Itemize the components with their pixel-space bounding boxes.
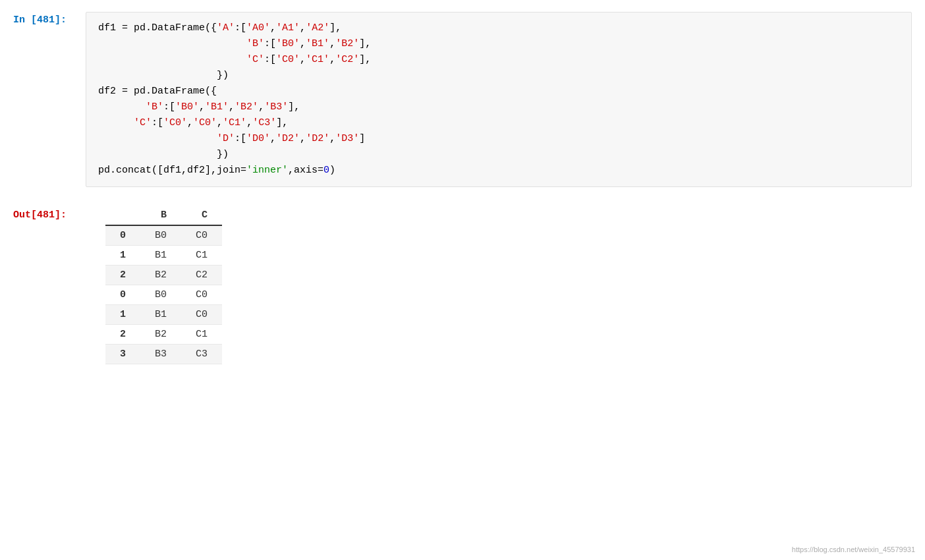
table-row: 1B1C1: [105, 246, 222, 266]
input-cell: In [481]: df1 = pd.DataFrame({'A':['A0',…: [0, 0, 925, 199]
table-cell-data: B1: [140, 305, 181, 325]
table-header-row: B C: [105, 206, 222, 225]
col-header-C: C: [181, 206, 222, 225]
table-cell-index: 2: [105, 325, 140, 345]
table-cell-index: 0: [105, 285, 140, 305]
col-header-index: [105, 206, 140, 225]
table-row: 0B0C0: [105, 285, 222, 305]
table-cell-data: C0: [181, 305, 222, 325]
table-cell-data: B2: [140, 325, 181, 345]
table-cell-data: B1: [140, 246, 181, 266]
table-cell-data: C0: [181, 225, 222, 246]
output-table: B C 0B0C01B1C12B2C20B0C01B1C02B2C13B3C3: [105, 206, 222, 364]
table-cell-data: B2: [140, 266, 181, 285]
code-line-4: }): [98, 68, 899, 84]
col-header-B: B: [140, 206, 181, 225]
code-line-1: df1 = pd.DataFrame({'A':['A0','A1','A2']…: [98, 20, 899, 36]
code-line-6: 'B':['B0','B1','B2','B3'],: [98, 99, 899, 115]
watermark: https://blog.csdn.net/weixin_45579931: [792, 546, 915, 553]
code-line-2: 'B':['B0','B1','B2'],: [98, 36, 899, 52]
code-line-3: 'C':['C0','C1','C2'],: [98, 52, 899, 68]
code-line-9: }): [98, 147, 899, 163]
code-line-8: 'D':['D0','D2','D2','D3']: [98, 131, 899, 147]
code-line-10: pd.concat([df1,df2],join='inner',axis=0): [98, 163, 899, 179]
table-row: 0B0C0: [105, 225, 222, 246]
table-cell-index: 1: [105, 246, 140, 266]
output-cell: Out[481]: B C 0B0C01B1C12B2C20B0C01B1C02…: [0, 199, 925, 384]
output-label: Out[481]:: [13, 206, 86, 221]
table-cell-index: 0: [105, 225, 140, 246]
input-label: In [481]:: [13, 12, 86, 26]
table-cell-index: 2: [105, 266, 140, 285]
table-cell-index: 1: [105, 305, 140, 325]
table-cell-index: 3: [105, 345, 140, 364]
table-row: 2B2C2: [105, 266, 222, 285]
code-line-5: df2 = pd.DataFrame({: [98, 84, 899, 99]
table-cell-data: B3: [140, 345, 181, 364]
table-cell-data: C0: [181, 285, 222, 305]
table-row: 3B3C3: [105, 345, 222, 364]
table-cell-data: C1: [181, 325, 222, 345]
code-line-7: 'C':['C0','C0','C1','C3'],: [98, 115, 899, 131]
table-cell-data: C2: [181, 266, 222, 285]
table-cell-data: B0: [140, 225, 181, 246]
table-row: 2B2C1: [105, 325, 222, 345]
table-row: 1B1C0: [105, 305, 222, 325]
table-cell-data: C1: [181, 246, 222, 266]
table-cell-data: C3: [181, 345, 222, 364]
table-cell-data: B0: [140, 285, 181, 305]
code-block: df1 = pd.DataFrame({'A':['A0','A1','A2']…: [86, 12, 912, 187]
